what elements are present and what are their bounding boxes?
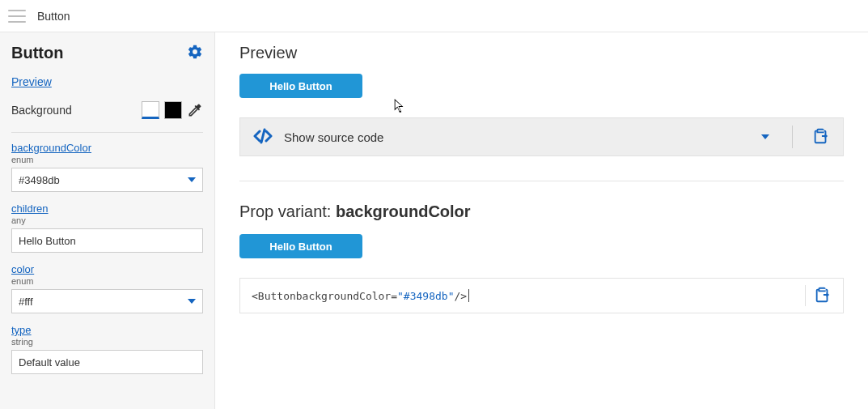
code-token: "#3498db" <box>397 290 454 302</box>
prop-input-children[interactable]: Hello Button <box>11 228 203 253</box>
show-source-label: Show source code <box>284 130 750 144</box>
variant-prefix: Prop variant: <box>239 202 336 220</box>
divider <box>239 181 844 181</box>
preview-heading: Preview <box>239 44 844 62</box>
prop-select-backgroundcolor[interactable]: #3498db <box>11 168 203 192</box>
divider <box>805 285 806 306</box>
show-source-bar[interactable]: Show source code <box>239 117 844 156</box>
clipboard-icon[interactable] <box>814 286 832 306</box>
variant-component-button[interactable]: Hello Button <box>239 234 362 258</box>
variant-heading: Prop variant: backgroundColor <box>239 202 844 221</box>
top-bar: Button <box>0 0 868 32</box>
divider <box>11 132 203 133</box>
chevron-down-icon <box>188 177 196 182</box>
sidebar: Button Preview Background backgroundColo… <box>0 32 215 409</box>
code-token: /> <box>454 290 467 302</box>
preview-link[interactable]: Preview <box>11 75 52 88</box>
prop-value: Default value <box>19 356 80 369</box>
prop-link-type[interactable]: type <box>11 324 32 336</box>
menu-icon[interactable] <box>8 10 26 23</box>
prop-value: #3498db <box>19 174 60 186</box>
prop-link-color[interactable]: color <box>11 263 34 275</box>
prop-type-label: enum <box>11 276 203 286</box>
chevron-down-icon <box>761 134 769 139</box>
clipboard-icon[interactable] <box>812 127 830 147</box>
prop-type-label: enum <box>11 155 203 164</box>
eyedropper-icon[interactable] <box>187 102 203 118</box>
prop-link-backgroundcolor[interactable]: backgroundColor <box>11 142 91 154</box>
text-cursor <box>468 289 469 302</box>
prop-value: Hello Button <box>19 235 76 247</box>
divider <box>792 126 793 148</box>
prop-type-label: any <box>11 215 203 225</box>
bg-swatch-white[interactable] <box>142 101 159 119</box>
code-token: = <box>391 290 397 302</box>
code-token: backgroundColor <box>296 290 391 302</box>
page-title: Button <box>37 10 70 23</box>
content-area: Preview Hello Button Show source code Pr… <box>215 32 868 409</box>
background-label: Background <box>11 104 72 117</box>
code-icon <box>253 126 273 148</box>
preview-component-button[interactable]: Hello Button <box>239 74 362 98</box>
component-title: Button <box>11 44 63 62</box>
variant-prop-name: backgroundColor <box>336 202 471 220</box>
prop-select-color[interactable]: #fff <box>11 289 203 313</box>
gear-icon[interactable] <box>187 44 203 62</box>
code-preview: <Button backgroundColor = "#3498db" /> <box>239 278 844 313</box>
prop-type-label: string <box>11 337 203 347</box>
chevron-down-icon <box>188 299 196 304</box>
prop-link-children[interactable]: children <box>11 202 49 215</box>
cursor-icon <box>394 99 405 116</box>
prop-input-type[interactable]: Default value <box>11 350 203 374</box>
bg-swatch-black[interactable] <box>164 101 182 119</box>
prop-value: #fff <box>19 296 33 308</box>
code-token: <Button <box>252 290 296 302</box>
